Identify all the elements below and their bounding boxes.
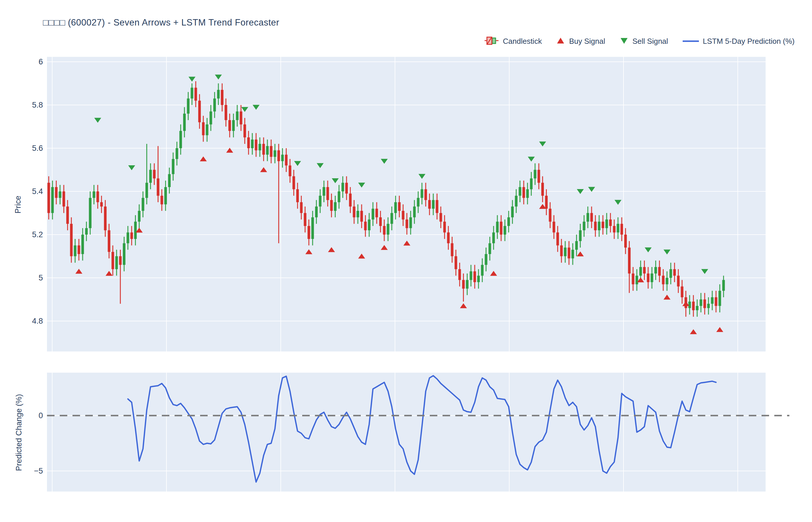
candle-up [666,278,668,284]
candle-up [127,233,129,243]
candle-up [183,114,186,131]
candle-up [342,183,344,192]
candle-down [704,300,706,308]
candle-down [624,235,627,248]
candle-down [270,146,272,157]
candle-up [251,140,254,148]
candle-up [214,99,216,112]
price-tick-label: 4.8 [32,317,43,325]
candle-down [647,274,650,282]
candle-up [700,300,703,306]
candle-down [55,187,58,198]
candle-up [481,265,484,276]
candle-up [142,198,144,211]
candle-up [394,202,397,213]
candle-up [723,280,725,290]
candle-up [123,243,126,265]
candle-down [327,187,329,200]
candle-up [606,220,608,228]
candle-down [673,269,676,276]
prediction-tick-label: 0 [39,411,43,420]
candle-down [119,256,122,265]
candle-down [111,252,114,269]
candle-down [590,213,593,222]
candle-up [149,170,152,183]
page: □□□□ (600027) - Seven Arrows + LSTM Tren… [0,0,812,522]
candle-up [281,155,284,161]
prediction-plot-area[interactable] [47,373,766,491]
candle-up [315,206,318,217]
candle-up [579,230,582,241]
candle-down [262,144,265,155]
candle-down [244,124,246,138]
candle-up [478,276,480,282]
candle-down [440,213,442,222]
candle-up [338,192,341,202]
candle-up [670,269,672,278]
candle-up [74,245,77,256]
candle-up [485,254,487,265]
candle-up [138,211,141,222]
candle-down [553,222,555,232]
candle-down [643,267,646,274]
candle-up [134,222,137,239]
candle-down [353,206,356,217]
candle-down [78,245,80,254]
candle-down [542,183,544,196]
candle-up [334,202,337,211]
candle-down [330,200,333,211]
candle-down [361,211,363,222]
candle-down [473,272,476,282]
candle-up [81,235,84,254]
price-plot-area[interactable] [47,57,766,352]
candle-up [707,304,710,308]
candle-up [236,112,239,120]
candle-down [568,248,570,258]
candle-down [447,233,450,243]
candle-up [357,211,359,217]
candle-down [428,200,431,209]
candle-up [572,250,574,258]
candle-up [146,183,148,198]
candle-down [500,222,503,235]
candle-up [191,87,194,98]
candle-up [323,187,325,196]
candle-down [289,166,291,176]
candle-down [349,194,352,206]
candle-up [180,131,182,148]
candle-down [285,155,288,165]
candle-up [696,306,698,310]
candle-up [617,224,620,233]
candle-up [259,144,261,150]
candle-down [198,101,201,122]
candle-down [451,243,453,256]
candle-down [225,105,227,120]
candle-down [195,87,197,101]
candle-up [319,196,322,206]
candle-down [594,222,597,230]
candle-up [59,192,61,198]
price-tick-label: 6 [39,57,43,66]
prediction-tick-label: −5 [34,467,43,475]
candle-down [364,222,367,230]
candle-down [537,170,540,183]
candle-up [688,302,691,308]
candle-up [575,241,578,250]
candle-down [523,187,525,198]
candle-up [432,200,435,209]
candle-up [391,213,393,224]
candle-down [108,230,110,252]
candle-down [63,192,65,206]
candle-up [587,213,589,222]
candle-down [240,112,242,124]
candle-down [66,206,69,224]
candle-down [153,170,156,179]
candle-up [217,90,220,99]
candle-up [51,187,54,213]
candle-down [130,233,133,239]
candle-up [496,222,499,232]
candle-down [628,248,631,274]
candle-up [711,297,714,304]
candle-down [255,140,258,150]
candle-down [402,211,405,220]
